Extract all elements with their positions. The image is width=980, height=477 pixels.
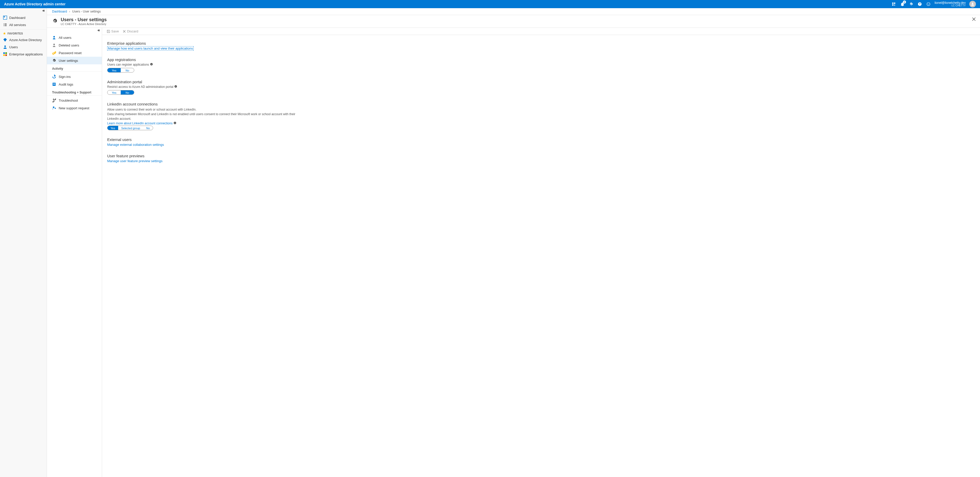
help-icon[interactable] [917,2,922,6]
blade-body: All users Deleted users Password reset U… [47,28,980,477]
key-icon [52,51,56,55]
subnav-password-reset[interactable]: Password reset [47,49,102,57]
primary-nav: Dashboard All services ★FAVORITES Azure … [0,8,47,477]
svg-point-5 [4,45,6,47]
secondary-nav: All users Deleted users Password reset U… [47,28,102,477]
pane-body: Enterprise applications Manage how end u… [102,35,980,176]
apps-icon [3,52,7,56]
dashboard-icon [3,16,7,20]
blade-titles: Users - User settings LC CHETTY - Azure … [61,17,107,26]
user-account-block[interactable]: lionel@lionelchetty.dev LC CHETTY [935,1,966,7]
save-button[interactable]: Save [107,29,119,33]
avatar[interactable] [969,1,976,7]
breadcrumb-current: Users - User settings [72,10,101,13]
primary-nav-collapse[interactable] [0,8,47,14]
svg-point-16 [53,107,54,108]
subnav-sign-ins[interactable]: Sign-ins [47,73,102,80]
manage-ent-apps-link[interactable]: Manage how end users launch and view the… [107,46,194,51]
svg-rect-9 [5,54,7,56]
sidebar-item-label: Dashboard [9,16,25,20]
svg-text:i: i [175,122,175,124]
svg-text:i: i [176,86,176,87]
tools-icon [52,98,56,102]
subnav-audit-logs[interactable]: Audit logs [47,80,102,88]
svg-text:i: i [151,63,152,65]
app-reg-toggle: Yes No [107,68,134,72]
page-title: Users - User settings [61,17,107,22]
subnav-label: Sign-ins [59,75,71,79]
toggle-selected-group[interactable]: Selected group [118,126,143,130]
toggle-yes[interactable]: Yes [107,126,118,130]
svg-point-10 [53,36,55,38]
sidebar-item-all-services[interactable]: All services [0,21,47,28]
section-linkedin: LinkedIn account connections Allow users… [107,102,337,130]
toggle-no[interactable]: No [143,126,153,130]
list-icon [3,23,7,27]
toggle-no[interactable]: No [121,68,134,72]
sidebar-item-label: Azure Active Directory [9,38,42,42]
star-icon: ★ [3,32,6,35]
support-icon [52,106,56,110]
pane-toolbar: Save Discard [102,28,980,35]
top-bar: Azure Active Directory admin center 1 li… [0,0,980,8]
discard-button[interactable]: Discard [123,29,138,33]
info-icon[interactable]: i [174,85,177,89]
subnav-label: All users [59,36,72,40]
sidebar-item-enterprise-apps[interactable]: Enterprise applications [0,51,47,58]
section-app-registrations: App registrations Users can register app… [107,57,337,72]
section-title: Enterprise applications [107,41,337,45]
svg-point-0 [927,3,930,6]
section-title: LinkedIn account connections [107,102,337,106]
svg-point-2 [929,3,929,4]
sidebar-item-aad[interactable]: Azure Active Directory [0,36,47,43]
section-title: External users [107,137,337,142]
subnav-label: Troubleshoot [59,99,78,102]
sidebar-item-label: All services [9,23,26,27]
notifications-icon[interactable]: 1 [900,2,905,6]
toggle-yes[interactable]: Yes [107,68,121,72]
subnav-label: User settings [59,59,78,62]
external-users-link[interactable]: Manage external collaboration settings [107,143,164,147]
blade-header: Users - User settings LC CHETTY - Azure … [47,15,980,28]
users-icon [3,45,7,49]
subnav-new-support[interactable]: New support request [47,104,102,112]
close-button[interactable] [972,17,976,22]
brand-title: Azure Active Directory admin center [4,2,65,6]
aad-icon [3,38,7,42]
subnav-all-users[interactable]: All users [47,34,102,41]
breadcrumb-dashboard[interactable]: Dashboard [52,10,67,13]
linkedin-desc1: Allow users to connect their work or sch… [107,107,306,112]
directory-switch-icon[interactable] [891,2,896,6]
user-deleted-icon [52,43,56,47]
toggle-no[interactable]: No [121,90,134,94]
notification-badge: 1 [903,0,906,3]
section-enterprise-apps: Enterprise applications Manage how end u… [107,41,337,50]
sidebar-item-users[interactable]: Users [0,43,47,51]
subnav-troubleshoot[interactable]: Troubleshoot [47,97,102,104]
linkedin-learn-link[interactable]: Learn more about LinkedIn account connec… [107,121,337,125]
section-admin-portal: Administration portal Restrict access to… [107,80,337,95]
subnav-label: Deleted users [59,43,79,47]
subnav-user-settings[interactable]: User settings [47,57,102,64]
user-org: LC CHETTY [935,4,966,7]
user-previews-link[interactable]: Manage user feature preview settings [107,159,162,163]
info-icon[interactable]: i [150,63,153,66]
secondary-nav-collapse[interactable] [47,28,102,34]
sidebar-item-label: Enterprise applications [9,53,43,56]
gear-icon [52,18,58,24]
breadcrumb-separator: › [69,10,70,13]
svg-rect-15 [53,84,55,85]
toggle-yes[interactable]: Yes [107,90,121,94]
settings-icon[interactable] [908,2,914,6]
linkedin-desc2: Data sharing between Microsoft and Linke… [107,112,306,121]
section-title: App registrations [107,57,337,62]
feedback-icon[interactable] [926,2,931,6]
gear-icon [52,59,56,62]
main-area: Dashboard All services ★FAVORITES Azure … [0,8,980,477]
sidebar-item-dashboard[interactable]: Dashboard [0,14,47,21]
user-icon [52,35,56,40]
section-title: User feature previews [107,154,337,158]
section-user-previews: User feature previews Manage user featur… [107,154,337,163]
subnav-deleted-users[interactable]: Deleted users [47,41,102,49]
section-sublabel: Restrict access to Azure AD administrati… [107,85,337,89]
